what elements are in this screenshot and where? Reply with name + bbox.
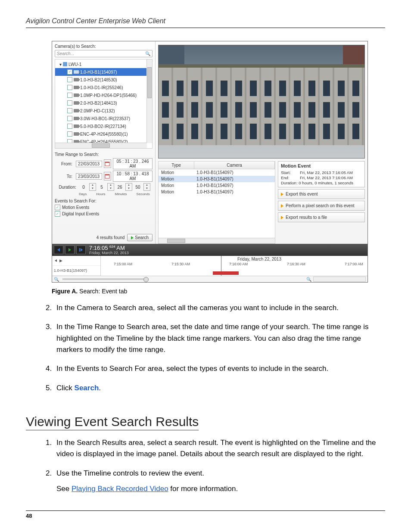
export-icon bbox=[281, 204, 283, 208]
camera-icon bbox=[74, 93, 79, 97]
server-name: LWU-1 bbox=[68, 62, 81, 67]
motion-events-checkbox[interactable]: Motion Events bbox=[55, 205, 153, 210]
detail-duration: Duration: 0 hours, 0 minutes, 1 seconds bbox=[281, 180, 362, 185]
tree-camera-row[interactable]: 1.0-H3-B2(148530) bbox=[55, 76, 152, 84]
from-label: From: bbox=[55, 162, 72, 166]
to-time-input[interactable]: 10 : 58 : 13 . 418 AM bbox=[113, 171, 153, 182]
instruction-list: In the Camera to Search area, select all… bbox=[41, 302, 381, 394]
camera-icon bbox=[74, 132, 79, 136]
checkbox-icon[interactable] bbox=[67, 116, 72, 121]
calendar-icon[interactable] bbox=[104, 172, 111, 180]
camera-icon bbox=[74, 86, 79, 89]
camera-tree[interactable]: ▾ LWU-1 1.0-H3-B1(154097) 1.0-H3-B2(1485… bbox=[55, 59, 153, 149]
tree-camera-row[interactable]: 1.0-H3-B1(154097) bbox=[55, 68, 152, 76]
camera-icon bbox=[74, 70, 79, 74]
instruction-list-2: In the Search Results area, select a sea… bbox=[41, 437, 381, 495]
checkbox-icon[interactable] bbox=[67, 69, 72, 75]
step-back-button[interactable] bbox=[54, 246, 63, 254]
table-row[interactable]: Motion1.0-H3-B1(154097) bbox=[159, 169, 275, 176]
search-button[interactable]: Search bbox=[127, 234, 153, 241]
checkbox-icon[interactable] bbox=[67, 131, 72, 137]
checkbox-icon[interactable] bbox=[67, 77, 72, 82]
search-link: Search bbox=[75, 384, 99, 392]
play-button[interactable] bbox=[65, 246, 75, 254]
duration-label: Duration: bbox=[55, 185, 76, 190]
go-start-icon[interactable] bbox=[54, 258, 58, 263]
checkbox-icon[interactable] bbox=[67, 108, 72, 113]
tree-vscrollbar[interactable] bbox=[146, 59, 152, 143]
camera-search-input[interactable]: Search... 🔍 bbox=[55, 50, 153, 57]
tree-camera-row[interactable]: 3.0W-H3-BO1-IR(223537) bbox=[55, 115, 152, 122]
tree-camera-row[interactable]: 2.0MP-HD-C(132) bbox=[55, 107, 152, 115]
list-item: In the Time Range to Search area, set th… bbox=[54, 321, 381, 355]
app-screenshot: Camera(s) to Search: Search... 🔍 ▾ LWU-1… bbox=[52, 41, 368, 283]
export-icon bbox=[281, 216, 283, 219]
seconds-stepper[interactable]: ▲▼ bbox=[143, 183, 150, 191]
time-range-label: Time Range to Search: bbox=[55, 152, 153, 157]
tree-camera-row[interactable]: ENC-4P-H264(55580)(1) bbox=[55, 130, 152, 138]
table-row[interactable]: Motion1.0-H3-B1(154097) bbox=[159, 176, 275, 182]
dur-hours: 5 bbox=[98, 185, 106, 190]
calendar-icon[interactable] bbox=[104, 159, 111, 168]
tree-camera-row[interactable]: 2.0-H3-B2(148413) bbox=[55, 99, 152, 107]
section-heading: Viewing Event Search Results bbox=[26, 414, 199, 430]
tree-camera-row[interactable]: 5.0-H3-BO2-IR(227134) bbox=[55, 122, 152, 130]
event-detail-box: Motion Event Start:Fri, Mar 22, 2013 7:1… bbox=[278, 161, 365, 187]
dur-days: 0 bbox=[80, 185, 87, 190]
camera-icon bbox=[74, 117, 79, 120]
list-item: In the Events to Search For area, select… bbox=[54, 363, 381, 374]
checkbox-icon[interactable] bbox=[67, 85, 72, 90]
tree-camera-row[interactable]: 1.0MP-HD-H264-DP1(55466) bbox=[55, 91, 152, 99]
tree-camera-row[interactable]: 1.0-H3-D1-IR(255246) bbox=[55, 84, 152, 91]
zoom-slider[interactable] bbox=[62, 278, 149, 280]
to-date-input[interactable]: 23/03/2013 bbox=[76, 173, 102, 180]
results-found-label: 4 results found bbox=[97, 235, 125, 240]
results-hscrollbar[interactable] bbox=[159, 238, 275, 243]
days-stepper[interactable]: ▲▼ bbox=[89, 183, 96, 191]
video-panel[interactable] bbox=[158, 45, 365, 159]
export-icon bbox=[281, 193, 283, 196]
figure-caption: Figure A. Search: Event tab bbox=[52, 288, 385, 295]
search-sidebar: Camera(s) to Search: Search... 🔍 ▾ LWU-1… bbox=[52, 41, 156, 244]
timeline-ticks: 7:15:00 AM 7:15:30 AM 7:16:00 AM 7:16:30… bbox=[114, 262, 363, 266]
col-type[interactable]: Type bbox=[159, 162, 194, 169]
timeline-event-marker[interactable] bbox=[213, 271, 239, 275]
tree-hscrollbar[interactable] bbox=[55, 143, 147, 148]
checkbox-icon[interactable] bbox=[67, 93, 72, 98]
to-label: To: bbox=[55, 174, 72, 179]
camera-icon bbox=[74, 109, 79, 112]
from-date-input[interactable]: 22/03/2013 bbox=[76, 161, 102, 167]
page-header: Avigilon Control Center Enterprise Web C… bbox=[26, 17, 385, 28]
svg-rect-3 bbox=[105, 174, 109, 175]
export-event-button[interactable]: Export this event bbox=[278, 189, 365, 199]
list-item: Use the Timeline controls to review the … bbox=[54, 468, 381, 495]
digital-input-events-checkbox[interactable]: Digital Input Events bbox=[55, 211, 153, 217]
camera-icon bbox=[74, 78, 79, 81]
page-footer: 48 bbox=[26, 510, 385, 519]
table-row[interactable]: Motion1.0-H3-B1(154097) bbox=[159, 182, 275, 189]
zoom-out-icon[interactable]: 🔍 bbox=[54, 277, 59, 282]
dur-sec: 50 bbox=[134, 185, 142, 190]
export-results-button[interactable]: Export results to a file bbox=[278, 212, 365, 222]
checkbox-icon[interactable] bbox=[67, 100, 72, 106]
checkbox-icon[interactable] bbox=[67, 124, 72, 129]
table-row[interactable]: Motion1.0-H3-B1(154097) bbox=[159, 189, 275, 195]
list-item: Click Search. bbox=[54, 383, 381, 394]
step-fwd-button[interactable] bbox=[76, 246, 86, 254]
list-item: In the Search Results area, select a sea… bbox=[54, 437, 381, 460]
timeline-hscrollbar[interactable] bbox=[313, 277, 366, 282]
pixel-search-button[interactable]: Perform a pixel search on this event bbox=[278, 201, 365, 211]
hours-stepper[interactable]: ▲▼ bbox=[107, 183, 114, 191]
playback-controls: 7:16:05 624 AM Friday, March 22, 2013 bbox=[52, 244, 367, 256]
results-table: Type Camera Motion1.0-H3-B1(154097) Moti… bbox=[158, 161, 275, 244]
search-icon[interactable]: 🔍 bbox=[145, 51, 150, 56]
play-icon bbox=[131, 236, 134, 240]
zoom-in-icon[interactable]: 🔍 bbox=[306, 277, 311, 282]
timeline[interactable]: ▶ 1.0-H3-B1(154097) Friday, March 22, 20… bbox=[52, 256, 367, 276]
playback-time: 7:16:05 624 AM Friday, March 22, 2013 bbox=[89, 245, 129, 255]
minutes-stepper[interactable]: ▲▼ bbox=[125, 183, 132, 191]
playing-back-link[interactable]: Playing Back Recorded Video bbox=[72, 485, 168, 493]
from-time-input[interactable]: 05 : 31 : 23 . 246 AM bbox=[113, 158, 153, 169]
tree-server-row[interactable]: ▾ LWU-1 bbox=[55, 60, 152, 68]
col-camera[interactable]: Camera bbox=[194, 162, 275, 169]
